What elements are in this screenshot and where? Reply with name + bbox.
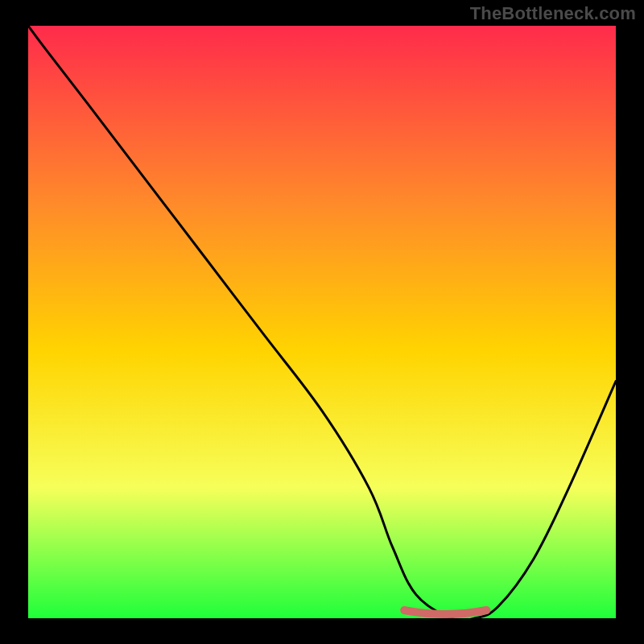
chart-frame: TheBottleneck.com [0, 0, 644, 644]
plot-background [28, 26, 616, 618]
watermark-text: TheBottleneck.com [470, 3, 636, 24]
bottleneck-highlight [404, 610, 486, 614]
chart-svg [0, 0, 644, 644]
